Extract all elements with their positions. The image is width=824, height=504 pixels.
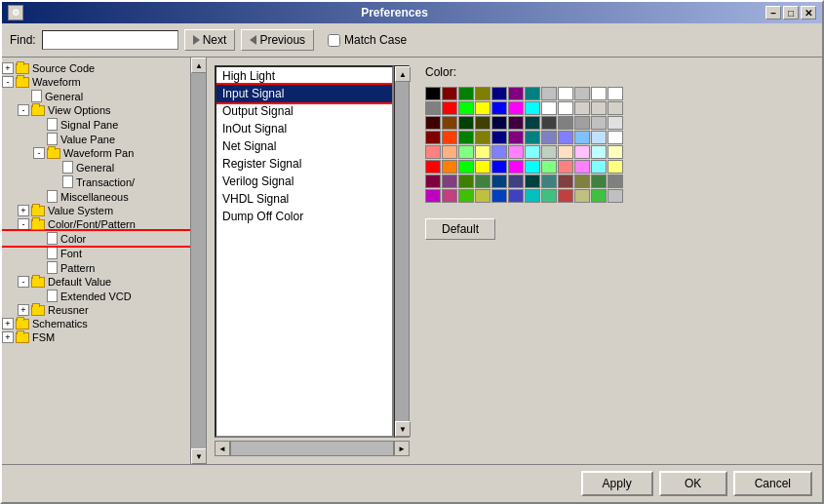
find-input[interactable] <box>42 30 178 50</box>
list-item-verilog-signal[interactable]: Verilog Signal <box>216 173 392 190</box>
color-swatch-0-11[interactable] <box>608 87 623 100</box>
expand-icon-fsm[interactable]: + <box>2 331 14 343</box>
close-button[interactable]: ✕ <box>801 6 816 19</box>
color-swatch-0-3[interactable] <box>475 87 490 100</box>
h-scroll-left[interactable]: ◄ <box>215 441 230 456</box>
sidebar-scroll-up[interactable]: ▲ <box>191 58 207 73</box>
color-swatch-3-6[interactable] <box>525 131 540 144</box>
color-swatch-0-10[interactable] <box>591 87 607 100</box>
color-swatch-1-6[interactable] <box>525 101 540 115</box>
color-swatch-4-10[interactable] <box>591 145 607 159</box>
sidebar-item-color-font[interactable]: -Color/Font/Pattern <box>2 217 190 231</box>
default-button[interactable]: Default <box>425 218 495 240</box>
sidebar-item-waveform[interactable]: -Waveform <box>2 75 190 89</box>
sidebar-item-value-system[interactable]: +Value System <box>2 204 190 217</box>
color-swatch-6-2[interactable] <box>458 174 474 188</box>
color-swatch-3-7[interactable] <box>541 131 557 144</box>
color-swatch-1-8[interactable] <box>558 101 573 115</box>
color-swatch-2-1[interactable] <box>442 116 457 130</box>
color-swatch-6-0[interactable] <box>425 174 441 188</box>
color-swatch-2-0[interactable] <box>425 116 441 130</box>
list-item-vhdl-signal[interactable]: VHDL Signal <box>216 190 392 208</box>
color-swatch-3-2[interactable] <box>458 131 474 144</box>
color-swatch-4-3[interactable] <box>475 145 490 159</box>
color-swatch-2-11[interactable] <box>608 116 623 130</box>
color-swatch-4-6[interactable] <box>525 145 540 159</box>
color-swatch-3-5[interactable] <box>508 131 524 144</box>
color-swatch-7-7[interactable] <box>541 189 557 203</box>
sidebar-item-schematics[interactable]: +Schematics <box>2 317 190 330</box>
color-swatch-0-4[interactable] <box>491 87 507 100</box>
color-swatch-6-8[interactable] <box>558 174 573 188</box>
color-swatch-7-0[interactable] <box>425 189 441 203</box>
sidebar-item-reusner[interactable]: +Reusner <box>2 303 190 317</box>
color-swatch-4-4[interactable] <box>491 145 507 159</box>
color-swatch-7-6[interactable] <box>525 189 540 203</box>
sidebar-item-miscellaneous[interactable]: Miscellaneous <box>2 189 190 204</box>
list-item-inout-signal[interactable]: InOut Signal <box>216 120 392 137</box>
minimize-button[interactable]: – <box>765 6 781 19</box>
color-swatch-2-3[interactable] <box>475 116 490 130</box>
list-scroll-down[interactable]: ▼ <box>395 421 411 437</box>
sidebar-item-general[interactable]: General <box>2 89 190 103</box>
color-swatch-2-10[interactable] <box>591 116 607 130</box>
color-swatch-3-1[interactable] <box>442 131 457 144</box>
sidebar-item-w-general[interactable]: General <box>2 160 190 174</box>
color-swatch-5-9[interactable] <box>574 160 590 174</box>
color-swatch-0-0[interactable] <box>425 87 441 100</box>
expand-icon-default-value[interactable]: - <box>18 276 29 288</box>
color-swatch-4-2[interactable] <box>458 145 474 159</box>
list-scroll-up[interactable]: ▲ <box>395 66 411 82</box>
color-swatch-3-4[interactable] <box>491 131 507 144</box>
color-swatch-6-5[interactable] <box>508 174 524 188</box>
color-swatch-6-1[interactable] <box>442 174 457 188</box>
color-swatch-1-4[interactable] <box>491 101 507 115</box>
sidebar-item-color[interactable]: Color <box>2 231 190 246</box>
color-swatch-7-11[interactable] <box>608 189 623 203</box>
color-swatch-3-0[interactable] <box>425 131 441 144</box>
expand-icon-schematics[interactable]: + <box>2 318 14 330</box>
color-swatch-1-1[interactable] <box>442 101 457 115</box>
color-swatch-0-7[interactable] <box>541 87 557 100</box>
color-swatch-4-7[interactable] <box>541 145 557 159</box>
expand-icon-waveform-pan[interactable]: - <box>33 147 45 159</box>
color-swatch-4-1[interactable] <box>442 145 457 159</box>
color-list-content[interactable]: High LightInput SignalOutput SignalInOut… <box>216 67 392 225</box>
sidebar-item-pattern[interactable]: Pattern <box>2 260 190 275</box>
color-swatch-6-3[interactable] <box>475 174 490 188</box>
color-swatch-5-6[interactable] <box>525 160 540 174</box>
color-swatch-7-1[interactable] <box>442 189 457 203</box>
color-swatch-1-2[interactable] <box>458 101 474 115</box>
next-button[interactable]: Next <box>184 29 236 51</box>
color-swatch-2-7[interactable] <box>541 116 557 130</box>
sidebar-item-font[interactable]: Font <box>2 246 190 260</box>
color-swatch-1-3[interactable] <box>475 101 490 115</box>
color-swatch-5-11[interactable] <box>608 160 623 174</box>
expand-icon-view-options[interactable]: - <box>18 104 29 116</box>
previous-button[interactable]: Previous <box>241 29 314 51</box>
color-swatch-7-10[interactable] <box>591 189 607 203</box>
color-swatch-5-2[interactable] <box>458 160 474 174</box>
sidebar-item-waveform-pan[interactable]: -Waveform Pan <box>2 146 190 160</box>
apply-button[interactable]: Apply <box>581 471 653 496</box>
color-swatch-0-9[interactable] <box>574 87 590 100</box>
color-swatch-6-11[interactable] <box>608 174 623 188</box>
color-swatch-7-5[interactable] <box>508 189 524 203</box>
color-swatch-3-3[interactable] <box>475 131 490 144</box>
expand-icon-reusner[interactable]: + <box>18 304 29 316</box>
list-item-input-signal[interactable]: Input Signal <box>216 85 392 102</box>
color-swatch-2-9[interactable] <box>574 116 590 130</box>
sidebar-item-view-options[interactable]: -View Options <box>2 103 190 117</box>
expand-icon-source-code[interactable]: + <box>2 62 14 74</box>
sidebar-item-transaction[interactable]: Transaction/ <box>2 174 190 189</box>
list-item-dump-off-color[interactable]: Dump Off Color <box>216 208 392 225</box>
expand-icon-value-system[interactable]: + <box>18 205 29 216</box>
color-swatch-5-3[interactable] <box>475 160 490 174</box>
cancel-button[interactable]: Cancel <box>733 471 812 496</box>
color-swatch-7-9[interactable] <box>574 189 590 203</box>
color-swatch-7-2[interactable] <box>458 189 474 203</box>
color-swatch-3-10[interactable] <box>591 131 607 144</box>
color-swatch-2-2[interactable] <box>458 116 474 130</box>
color-swatch-1-10[interactable] <box>591 101 607 115</box>
ok-button[interactable]: OK <box>659 471 727 496</box>
